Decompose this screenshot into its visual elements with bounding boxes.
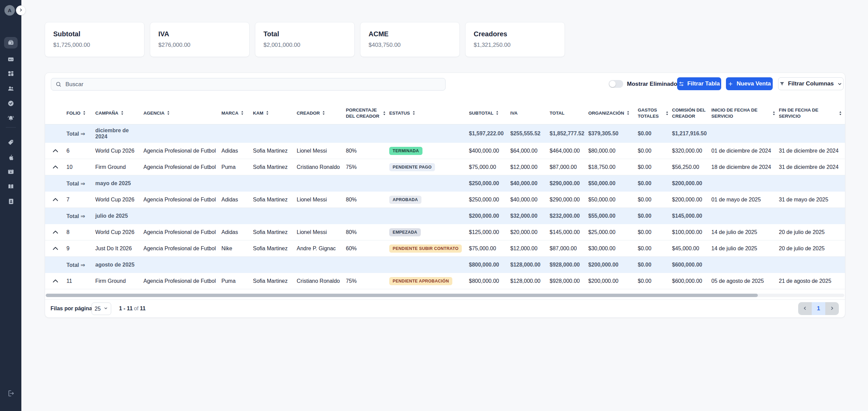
cell-creador: Cristiano Ronaldo <box>297 278 346 284</box>
collapse-cell <box>53 279 66 282</box>
sidebar-item-tag[interactable] <box>4 137 18 148</box>
column-header-subtotal[interactable]: SUBTOTAL <box>469 110 510 116</box>
apple-icon <box>7 154 14 161</box>
collapse-cell <box>53 165 66 169</box>
sidebar-item-credit-card[interactable] <box>4 54 18 65</box>
card-value: $1,725,000.00 <box>53 42 136 48</box>
cell-porcentaje: 80% <box>346 148 389 154</box>
search-input[interactable] <box>51 78 446 91</box>
chevron-up-icon[interactable] <box>53 279 59 282</box>
cell-organizacion: $30,000.00 <box>588 246 638 252</box>
column-header-estatus[interactable]: ESTATUS <box>389 110 469 116</box>
cell-agencia: Agencia Profesional de Futbol <box>143 197 221 203</box>
filter-columns-button[interactable]: Filtrar Columnas <box>778 77 844 90</box>
collapse-cell <box>53 247 66 250</box>
column-label: CAMPAÑA <box>95 110 118 116</box>
group-total: $1,852,777.52 <box>550 131 588 137</box>
table-footer: Filas por página 25 1 - 11of11 1 <box>45 299 845 317</box>
cell-subtotal: $800,000.00 <box>469 278 510 284</box>
group-organizacion: $50,000.00 <box>588 180 638 187</box>
cell-agencia: Agencia Profesional de Futbol <box>143 278 221 284</box>
sidebar-item-gallery[interactable] <box>4 37 18 48</box>
summary-card: IVA$276,000.00 <box>150 22 250 57</box>
group-total: $290,000.00 <box>550 180 588 187</box>
cell-organizacion: $18,750.00 <box>588 164 638 170</box>
sort-icon <box>266 111 269 115</box>
summary-cards: Subtotal$1,725,000.00IVA$276,000.00Total… <box>45 22 565 57</box>
group-month: agosto de 2025 <box>95 262 143 268</box>
column-header-fin-de-fecha-de-servicio[interactable]: FIN DE FECHA DE SERVICIO <box>779 107 845 119</box>
chevron-up-icon[interactable] <box>53 165 59 169</box>
cell-kam: Sofia Martinez <box>253 246 297 252</box>
show-deleted-toggle[interactable] <box>609 80 623 88</box>
cell-fin-servicio: 31 de mayo de 2025 <box>779 197 845 203</box>
sort-icon <box>383 111 386 116</box>
cell-organizacion: $50,000.00 <box>588 197 638 203</box>
sort-icon <box>241 111 244 115</box>
sort-icon <box>83 111 86 115</box>
sidebar-expand-button[interactable] <box>16 5 26 15</box>
summary-card: Total$2,001,000.00 <box>255 22 355 57</box>
column-header-gastos-totales[interactable]: GASTOS TOTALES <box>638 107 672 119</box>
sidebar-item-contact-card[interactable] <box>4 196 18 207</box>
card-title: Creadores <box>474 30 556 38</box>
cell-fin-servicio: 20 de julio de 2025 <box>779 229 845 235</box>
column-header-organizaci-n[interactable]: ORGANIZACIÓN <box>588 110 638 116</box>
chevron-up-icon[interactable] <box>53 231 59 234</box>
sidebar-item-bell[interactable] <box>4 113 18 124</box>
column-label: GASTOS TOTALES <box>638 107 663 119</box>
range-of-label: of <box>134 306 138 311</box>
column-header-marca[interactable]: MARCA <box>221 110 253 116</box>
cell-campana: Firm Ground <box>95 278 143 284</box>
column-header-agencia[interactable]: AGENCIA <box>143 110 221 116</box>
filter-table-button[interactable]: Filtrar Tabla <box>677 77 721 90</box>
column-header-porcentaje-del-creador[interactable]: PORCENTAJE DEL CREADOR <box>346 107 389 119</box>
cell-organizacion: $200,000.00 <box>588 278 638 284</box>
logout-button[interactable] <box>5 389 16 398</box>
cell-estatus: PENDIENTE SUBIR CONTRATO <box>389 244 469 253</box>
logout-icon <box>7 390 15 398</box>
cell-gastos_totales: $0.00 <box>638 229 672 235</box>
chevron-up-icon[interactable] <box>53 149 59 152</box>
next-page-button[interactable] <box>825 302 839 315</box>
table-row: 8World Cup 2026Agencia Profesional de Fu… <box>45 224 845 240</box>
sidebar-item-check-circle[interactable] <box>4 98 18 109</box>
cell-porcentaje: 60% <box>346 246 389 252</box>
chevron-up-icon[interactable] <box>53 247 59 250</box>
column-header-campa-a[interactable]: CAMPAÑA <box>95 110 143 116</box>
search-icon <box>55 81 62 87</box>
table-row: 6World Cup 2026Agencia Profesional de Fu… <box>45 143 845 159</box>
rows-per-page-select[interactable]: 25 <box>92 302 111 315</box>
new-sale-label: Nueva Venta <box>736 80 771 87</box>
sort-icon <box>121 111 124 115</box>
cell-subtotal: $250,000.00 <box>469 197 510 203</box>
horizontal-scrollbar-thumb[interactable] <box>46 294 758 297</box>
page-number-button[interactable]: 1 <box>812 302 825 315</box>
avatar[interactable]: A <box>4 5 15 16</box>
cell-porcentaje: 80% <box>346 197 389 203</box>
column-label: SUBTOTAL <box>469 110 493 116</box>
cell-estatus: TERMINADA <box>389 147 469 155</box>
cell-agencia: Agencia Profesional de Futbol <box>143 229 221 235</box>
sort-icon <box>496 111 499 115</box>
column-header-folio[interactable]: FOLIO <box>66 110 95 116</box>
sidebar-item-users[interactable] <box>4 83 18 94</box>
group-iva: $40,000.00 <box>510 180 550 187</box>
previous-page-button[interactable] <box>798 302 812 315</box>
group-total: $928,000.00 <box>550 262 588 268</box>
cell-folio: 9 <box>66 246 95 252</box>
new-sale-button[interactable]: Nueva Venta <box>726 77 773 90</box>
sidebar-item-dashboard[interactable] <box>4 68 18 79</box>
column-header-total: TOTAL <box>550 110 588 116</box>
cell-inicio-servicio: 05 de agosto de 2025 <box>711 278 779 284</box>
range-total: 11 <box>140 306 145 311</box>
cell-estatus: APROBADA <box>389 196 469 204</box>
sidebar-item-media[interactable] <box>4 166 18 177</box>
sidebar-item-apple[interactable] <box>4 152 18 163</box>
column-header-creador[interactable]: CREADOR <box>297 110 346 116</box>
column-label: COMISIÓN DEL CREADOR <box>672 107 708 119</box>
sidebar-item-book[interactable] <box>4 181 18 192</box>
column-header-inicio-de-fecha-de-servicio[interactable]: INICIO DE FECHA DE SERVICIO <box>711 107 779 119</box>
chevron-up-icon[interactable] <box>53 198 59 201</box>
column-header-kam[interactable]: KAM <box>253 110 297 116</box>
